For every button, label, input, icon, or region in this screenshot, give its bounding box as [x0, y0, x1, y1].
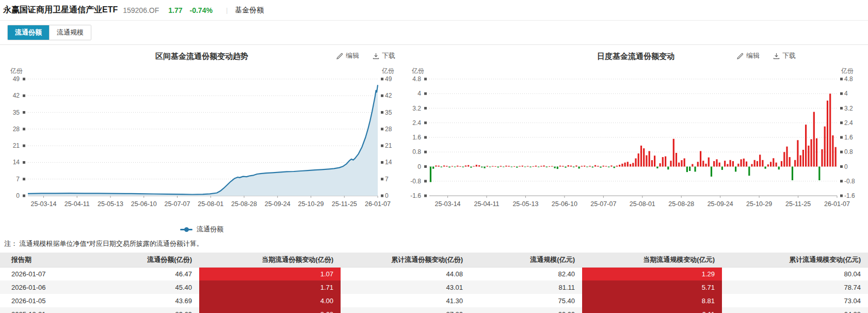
svg-text:-0.8: -0.8	[844, 178, 855, 185]
table-cell: 78.74	[722, 280, 868, 294]
edit-label: 编辑	[346, 51, 359, 60]
svg-text:25-03-14: 25-03-14	[30, 200, 56, 208]
svg-text:25-08-01: 25-08-01	[630, 200, 655, 208]
chart-toolbar: 编辑 下载	[737, 51, 796, 60]
table-column-header: 当期流通份额变动(亿份)	[199, 253, 341, 267]
pencil-icon	[336, 53, 343, 59]
interval-share-area-chart[interactable]: 0077141421212828353542424949亿份亿份25-03-14…	[0, 66, 404, 221]
svg-text:25-04-11: 25-04-11	[65, 200, 90, 208]
table-cell: 82.40	[470, 267, 582, 280]
table-cell: 44.08	[341, 267, 470, 280]
table-cell-databar: 3.62	[199, 307, 341, 313]
svg-text:3.2: 3.2	[412, 105, 421, 112]
svg-text:4: 4	[844, 90, 848, 97]
svg-text:25-08-01: 25-08-01	[198, 200, 223, 208]
table-cell: 80.04	[722, 267, 868, 280]
legend-line-dot-icon	[180, 229, 192, 230]
table-cell-databar: 5.71	[582, 280, 722, 294]
svg-text:1.6: 1.6	[412, 134, 421, 141]
table-cell: 39.69	[124, 307, 199, 313]
axes: -1.6-1.6-0.8-0.8000.80.81.61.62.42.43.23…	[410, 67, 855, 208]
download-icon	[773, 53, 780, 59]
table-column-header: 流通规模(亿元)	[470, 253, 582, 267]
svg-text:42: 42	[13, 92, 20, 99]
left-chart-title: 区间基金流通份额变动趋势	[155, 52, 248, 61]
svg-text:25-08-28: 25-08-28	[231, 200, 257, 208]
svg-text:2.4: 2.4	[844, 119, 853, 127]
svg-text:14: 14	[385, 159, 392, 166]
table-cell: 2026-01-05	[0, 294, 124, 307]
svg-text:4.8: 4.8	[412, 75, 421, 83]
svg-text:21: 21	[385, 142, 392, 149]
svg-text:28: 28	[13, 126, 20, 133]
svg-text:49: 49	[13, 75, 20, 83]
area-series	[28, 85, 378, 196]
table-cell-databar: 1.07	[199, 267, 341, 280]
table-cell: 46.47	[124, 267, 199, 280]
download-icon	[373, 53, 379, 59]
table-row[interactable]: 2026-01-0746.471.0744.0882.401.2980.04	[0, 267, 868, 280]
svg-text:25-10-29: 25-10-29	[298, 200, 324, 208]
chart-head: 区间基金流通份额变动趋势 编辑 下载	[0, 47, 404, 66]
svg-text:4.8: 4.8	[844, 75, 853, 83]
edit-label: 编辑	[746, 51, 760, 60]
svg-text:21: 21	[13, 142, 20, 149]
edit-button[interactable]: 编辑	[737, 51, 760, 60]
table-cell: 81.11	[470, 280, 582, 294]
download-button[interactable]: 下载	[773, 51, 796, 60]
svg-text:25-09-24: 25-09-24	[708, 200, 733, 208]
fund-nav-value: 1.77	[168, 6, 182, 14]
table-cell: 37.30	[341, 307, 470, 313]
daily-share-change-bar-chart[interactable]: -1.6-1.6-0.8-0.8000.80.81.61.62.42.43.23…	[404, 66, 868, 221]
table-cell: 2026-01-06	[0, 280, 124, 294]
download-button[interactable]: 下载	[373, 51, 395, 60]
svg-text:25-04-11: 25-04-11	[474, 200, 499, 208]
svg-text:3.2: 3.2	[844, 105, 853, 112]
tab-circulating-shares[interactable]: 流通份额	[8, 25, 49, 40]
table-cell: 41.30	[341, 294, 470, 307]
table-row[interactable]: 2026-01-0645.401.7143.0181.115.7178.74	[0, 280, 868, 294]
table-cell: 64.23	[722, 307, 868, 313]
chart-toolbar: 编辑 下载	[336, 51, 395, 60]
svg-text:49: 49	[385, 75, 392, 83]
table-cell: 66.60	[470, 307, 582, 313]
fund-change-percent: -0.74%	[190, 6, 213, 14]
svg-text:25-06-10: 25-06-10	[131, 200, 157, 208]
table-cell: 2025-12-31	[0, 307, 124, 313]
svg-text:亿份: 亿份	[381, 67, 394, 74]
svg-text:7: 7	[385, 176, 389, 183]
table-cell: 45.40	[124, 280, 199, 294]
share-history-table: 报告期流通份额(亿份)当期流通份额变动(亿份)累计流通份额变动(亿份)流通规模(…	[0, 253, 868, 313]
svg-text:4: 4	[417, 90, 421, 97]
table-row[interactable]: 2026-01-0543.694.0041.3075.408.8173.04	[0, 294, 868, 307]
table-cell-databar: 8.81	[582, 294, 722, 307]
svg-text:25-05-13: 25-05-13	[98, 200, 123, 208]
table-cell: 73.04	[722, 294, 868, 307]
table-body: 2026-01-0746.471.0744.0882.401.2980.0420…	[0, 267, 868, 313]
right-chart-title: 日度基金流通份额变动	[597, 52, 674, 61]
chart-legend[interactable]: 流通份额	[0, 223, 404, 236]
top-bar: 永赢国证商用卫星通信产业ETF 159206.OF 1.77 -0.74% | …	[0, 0, 868, 21]
svg-text:-1.6: -1.6	[410, 192, 421, 199]
tab-circulating-scale[interactable]: 流通规模	[49, 25, 91, 40]
table-cell: 43.69	[124, 294, 199, 307]
svg-text:42: 42	[385, 92, 392, 99]
table-row[interactable]: 2025-12-3139.693.6237.3066.609.1164.23	[0, 307, 868, 313]
svg-text:25-11-25: 25-11-25	[332, 200, 357, 208]
svg-text:0.8: 0.8	[412, 148, 421, 155]
edit-button[interactable]: 编辑	[336, 51, 359, 60]
svg-text:25-07-07: 25-07-07	[164, 200, 190, 208]
svg-text:35: 35	[13, 109, 20, 116]
fund-code: 159206.OF	[123, 6, 159, 14]
interval-share-trend-chart-card: 区间基金流通份额变动趋势 编辑 下载 007714142121282835354…	[0, 47, 404, 236]
table-cell-databar: 1.29	[582, 267, 722, 280]
svg-text:7: 7	[16, 176, 20, 183]
table-cell: 2026-01-07	[0, 267, 124, 280]
svg-text:25-06-10: 25-06-10	[552, 200, 577, 208]
svg-text:亿份: 亿份	[10, 67, 23, 74]
chart-head: 日度基金流通份额变动 编辑 下载	[404, 47, 868, 66]
svg-text:14: 14	[13, 159, 20, 166]
svg-text:25-03-14: 25-03-14	[435, 200, 461, 208]
svg-text:0: 0	[417, 163, 421, 170]
table-column-header: 累计流通份额变动(亿份)	[341, 253, 470, 267]
